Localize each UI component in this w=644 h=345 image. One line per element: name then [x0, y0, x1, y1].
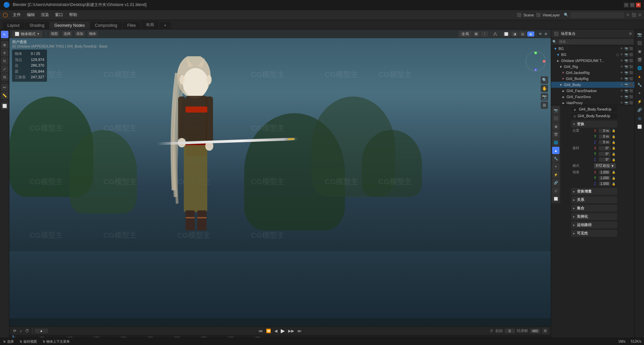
tool-select[interactable]: ↖: [1, 31, 8, 38]
outliner-item-hair-proxy[interactable]: ► HairProxy 👁 📷 ⬛: [551, 100, 635, 105]
scale-y-value[interactable]: 1.000: [599, 176, 610, 180]
outliner-cam-hair[interactable]: 📷: [624, 100, 629, 105]
outliner-item-ghi-body[interactable]: ▼ GHI_Body 👁 📷 ⬛: [551, 82, 635, 88]
scale-x-value[interactable]: 1.000: [599, 170, 610, 175]
header-filter-icon[interactable]: ⚙: [629, 32, 632, 36]
menu-file[interactable]: 文件: [10, 11, 23, 19]
shading-render[interactable]: ◉: [527, 31, 534, 37]
tool-scale[interactable]: ⤢: [1, 65, 8, 73]
menu-edit[interactable]: 编辑: [24, 11, 38, 19]
pos-x-lock[interactable]: 🔒: [612, 129, 616, 132]
vp-tool-grid[interactable]: ⊞: [541, 101, 548, 109]
tool-cursor[interactable]: ⊕: [1, 41, 8, 49]
active-scene[interactable]: Scene: [524, 13, 534, 17]
outliner-eye-ghirig[interactable]: 👁: [619, 64, 624, 69]
r-icon-material[interactable]: ⬜: [636, 123, 643, 130]
gizmo[interactable]: X Y Z: [524, 50, 547, 73]
prop-tab-view-layer[interactable]: ▣: [552, 123, 559, 130]
tab-layout[interactable]: Layout: [3, 22, 24, 29]
outliner-render-ghislane[interactable]: ⬛: [629, 58, 633, 63]
object-menu[interactable]: 物体: [88, 31, 98, 37]
scale-z-lock[interactable]: 🔒: [612, 182, 616, 186]
tool-measure[interactable]: 📏: [1, 92, 8, 99]
motion-path-header[interactable]: ► 运动路径: [571, 221, 617, 228]
outliner-render-bodyrig[interactable]: ⬛: [629, 76, 633, 81]
scale-x-lock[interactable]: 🔒: [612, 170, 616, 174]
rot-z-value[interactable]: 0°: [599, 157, 610, 162]
outliner-item-bg[interactable]: ▼ BG ⬡ 👁 📷 ⬛: [551, 52, 635, 58]
outliner-cam-jacket[interactable]: 📷: [624, 70, 629, 75]
tab-shading[interactable]: Shading: [25, 22, 49, 29]
rot-mode-dropdown[interactable]: XYZ 欧拉 ▼: [594, 163, 616, 168]
outliner-item-ghislane[interactable]: ► Ghislane (APPEND/LINK T... 👁 📷 ⬛: [551, 58, 635, 64]
outliner-render-bg2[interactable]: ⬛: [629, 52, 633, 57]
outliner-eye-bg[interactable]: 👁: [619, 46, 624, 51]
prop-tab-render[interactable]: 📷: [552, 107, 559, 114]
outliner-cam-bg[interactable]: 📷: [624, 46, 629, 51]
outliner-render-faceshadow[interactable]: ⬛: [629, 88, 633, 93]
prop-tab-particles[interactable]: ✦: [552, 163, 559, 170]
vp-tool-search[interactable]: 🔍: [541, 76, 548, 84]
tl-btn-audio[interactable]: ♪: [19, 329, 23, 333]
tl-prev[interactable]: ⏪: [265, 329, 272, 333]
visibility-header[interactable]: ► 可见性: [571, 230, 617, 237]
pos-y-lock[interactable]: 🔒: [612, 135, 616, 138]
tool-annotate[interactable]: ✏: [1, 84, 8, 91]
instancing-header[interactable]: ► 实例化: [571, 213, 617, 220]
rot-z-lock[interactable]: 🔒: [612, 158, 616, 161]
outliner-cam-faceshadow[interactable]: 📷: [624, 88, 629, 93]
tab-add[interactable]: +: [159, 22, 171, 29]
shading-solid[interactable]: ◑: [511, 31, 518, 37]
r-icon-data[interactable]: ◎: [636, 115, 643, 122]
tab-files[interactable]: Files: [122, 22, 140, 29]
rot-x-lock[interactable]: 🔒: [612, 146, 616, 150]
menu-help[interactable]: 帮助: [66, 11, 80, 19]
scale-y-lock[interactable]: 🔒: [612, 177, 616, 180]
rot-y-value[interactable]: 0°: [599, 152, 610, 156]
overlay-toggle[interactable]: 👁: [538, 31, 543, 37]
outliner-cam-body[interactable]: 📷: [624, 82, 629, 87]
r-icon-object[interactable]: ▲: [636, 73, 643, 80]
outliner-search-input[interactable]: [558, 39, 633, 44]
select-menu[interactable]: 选择: [62, 31, 72, 37]
shading-wire[interactable]: ⬜: [502, 31, 510, 37]
tl-play[interactable]: ▶: [280, 328, 286, 334]
r-icon-output[interactable]: ⬛: [636, 39, 643, 47]
outliner-cam-bg2[interactable]: 📷: [624, 52, 629, 57]
pos-z-lock[interactable]: 🔒: [612, 141, 616, 144]
rot-x-value[interactable]: 0°: [599, 146, 610, 150]
menu-render[interactable]: 渲染: [38, 11, 52, 19]
prop-tab-data[interactable]: ◎: [552, 187, 559, 194]
outliner-eye-faceshadow[interactable]: 👁: [619, 88, 624, 93]
tl-btn-loop[interactable]: ⟳: [12, 329, 17, 333]
outliner-render-jacket[interactable]: ⬛: [629, 70, 633, 75]
minimize-button[interactable]: ─: [624, 3, 629, 7]
prop-tab-constraints[interactable]: 🔗: [552, 179, 559, 186]
view-menu[interactable]: 视图: [49, 31, 59, 37]
outliner-eye-bodyrig[interactable]: 👁: [619, 76, 624, 81]
outliner-item-body-rig[interactable]: ✕ GHI_BodyRig 👁 📷 ⬛: [551, 76, 635, 82]
obj-data-name[interactable]: ◎ GHI_Body.TonedUp: [571, 113, 617, 119]
outliner-eye-facesmo[interactable]: 👁: [619, 94, 624, 99]
global-local-toggle[interactable]: 全局: [459, 31, 472, 37]
snap-options[interactable]: ⋮: [481, 31, 488, 37]
scale-z-value[interactable]: 1.000: [599, 182, 610, 186]
maximize-button[interactable]: □: [630, 3, 635, 7]
prop-tab-modifier[interactable]: 🔧: [552, 155, 559, 162]
pos-x-value[interactable]: 0 m: [599, 129, 610, 133]
prop-tab-object[interactable]: ▲: [552, 147, 559, 154]
outliner-eye-hair[interactable]: 👁: [619, 100, 624, 105]
outliner-eye-jacket[interactable]: 👁: [619, 70, 624, 75]
tool-move[interactable]: ✛: [1, 49, 8, 57]
snap-num[interactable]: 八: [492, 31, 498, 37]
outliner-render-body[interactable]: ⬛: [629, 82, 633, 87]
rot-y-lock[interactable]: 🔒: [612, 152, 616, 156]
outliner-item-face-smo[interactable]: ► GHI_FaceSmo 👁 📷 ⬛: [551, 94, 635, 100]
prop-tab-physics[interactable]: ⚡: [552, 171, 559, 178]
tab-geometry-nodes[interactable]: Geometry Nodes: [50, 22, 90, 29]
prop-tab-material[interactable]: ⬜: [552, 195, 559, 202]
tool-rotate[interactable]: ↻: [1, 57, 8, 65]
outliner-item-face-shadow[interactable]: ► GHI_FaceShadow 👁 📷 ⬛: [551, 88, 635, 94]
tl-forward[interactable]: ▶▶: [287, 329, 295, 333]
r-icon-render[interactable]: 📷: [636, 31, 643, 38]
